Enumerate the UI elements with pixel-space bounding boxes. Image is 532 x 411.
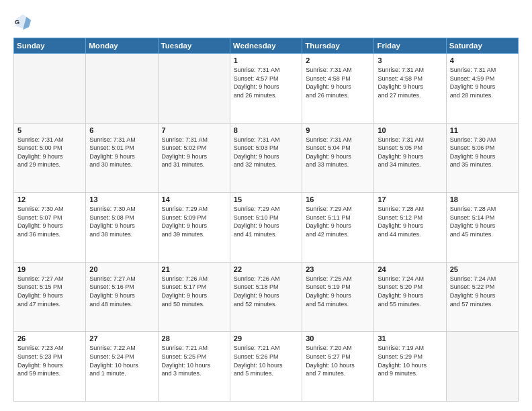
- day-info: Sunrise: 7:31 AMSunset: 4:59 PMDaylight:…: [450, 66, 515, 99]
- day-number: 16: [306, 195, 370, 203]
- day-number: 11: [450, 126, 515, 134]
- day-info: Sunrise: 7:31 AMSunset: 5:03 PMDaylight:…: [234, 136, 298, 169]
- calendar-cell: 19Sunrise: 7:27 AMSunset: 5:15 PMDayligh…: [14, 262, 86, 332]
- weekday-header-tuesday: Tuesday: [158, 38, 230, 54]
- calendar-cell: 21Sunrise: 7:26 AMSunset: 5:17 PMDayligh…: [158, 262, 230, 332]
- calendar-cell: 16Sunrise: 7:29 AMSunset: 5:11 PMDayligh…: [302, 193, 374, 263]
- calendar-cell: 28Sunrise: 7:21 AMSunset: 5:25 PMDayligh…: [158, 332, 230, 402]
- day-number: 12: [17, 195, 82, 203]
- calendar-cell: 7Sunrise: 7:31 AMSunset: 5:02 PMDaylight…: [158, 123, 230, 193]
- day-info: Sunrise: 7:31 AMSunset: 5:00 PMDaylight:…: [17, 136, 82, 169]
- weekday-header-row: SundayMondayTuesdayWednesdayThursdayFrid…: [14, 38, 519, 54]
- day-number: 19: [17, 265, 82, 273]
- header: G: [13, 12, 519, 31]
- calendar-cell: 6Sunrise: 7:31 AMSunset: 5:01 PMDaylight…: [86, 123, 158, 193]
- calendar-cell: [446, 332, 518, 402]
- calendar-cell: 5Sunrise: 7:31 AMSunset: 5:00 PMDaylight…: [14, 123, 86, 193]
- day-number: 10: [378, 126, 442, 134]
- day-number: 17: [378, 195, 442, 203]
- calendar-cell: 11Sunrise: 7:30 AMSunset: 5:06 PMDayligh…: [446, 123, 518, 193]
- calendar-table: SundayMondayTuesdayWednesdayThursdayFrid…: [13, 38, 519, 402]
- weekday-header-thursday: Thursday: [302, 38, 374, 54]
- day-info: Sunrise: 7:28 AMSunset: 5:12 PMDaylight:…: [378, 205, 442, 238]
- day-info: Sunrise: 7:31 AMSunset: 4:57 PMDaylight:…: [234, 66, 298, 99]
- calendar-cell: [86, 54, 158, 124]
- day-info: Sunrise: 7:21 AMSunset: 5:26 PMDaylight:…: [234, 344, 298, 377]
- day-number: 6: [89, 126, 154, 134]
- logo: G: [13, 12, 35, 31]
- day-number: 27: [89, 334, 154, 342]
- day-number: 21: [162, 265, 226, 273]
- calendar-cell: 10Sunrise: 7:31 AMSunset: 5:05 PMDayligh…: [374, 123, 446, 193]
- day-info: Sunrise: 7:31 AMSunset: 5:04 PMDaylight:…: [306, 136, 370, 169]
- day-number: 9: [306, 126, 370, 134]
- week-row-3: 12Sunrise: 7:30 AMSunset: 5:07 PMDayligh…: [14, 193, 519, 263]
- weekday-header-monday: Monday: [86, 38, 158, 54]
- day-number: 18: [450, 195, 515, 203]
- calendar-cell: 29Sunrise: 7:21 AMSunset: 5:26 PMDayligh…: [230, 332, 302, 402]
- calendar-cell: 15Sunrise: 7:29 AMSunset: 5:10 PMDayligh…: [230, 193, 302, 263]
- svg-text:G: G: [15, 18, 19, 26]
- weekday-header-wednesday: Wednesday: [230, 38, 302, 54]
- weekday-header-saturday: Saturday: [446, 38, 518, 54]
- day-info: Sunrise: 7:26 AMSunset: 5:18 PMDaylight:…: [234, 275, 298, 308]
- day-info: Sunrise: 7:31 AMSunset: 4:58 PMDaylight:…: [306, 66, 370, 99]
- day-info: Sunrise: 7:30 AMSunset: 5:06 PMDaylight:…: [450, 136, 515, 169]
- day-info: Sunrise: 7:29 AMSunset: 5:11 PMDaylight:…: [306, 205, 370, 238]
- logo-icon: G: [13, 12, 32, 31]
- day-number: 22: [234, 265, 298, 273]
- calendar-cell: 8Sunrise: 7:31 AMSunset: 5:03 PMDaylight…: [230, 123, 302, 193]
- weekday-header-sunday: Sunday: [14, 38, 86, 54]
- day-number: 4: [450, 56, 515, 64]
- day-info: Sunrise: 7:25 AMSunset: 5:19 PMDaylight:…: [306, 275, 370, 308]
- calendar-cell: [158, 54, 230, 124]
- day-number: 29: [234, 334, 298, 342]
- calendar-cell: 2Sunrise: 7:31 AMSunset: 4:58 PMDaylight…: [302, 54, 374, 124]
- week-row-4: 19Sunrise: 7:27 AMSunset: 5:15 PMDayligh…: [14, 262, 519, 332]
- page: G SundayMondayTuesdayWednesdayThursdayFr…: [0, 0, 532, 411]
- calendar-cell: 14Sunrise: 7:29 AMSunset: 5:09 PMDayligh…: [158, 193, 230, 263]
- calendar-cell: 27Sunrise: 7:22 AMSunset: 5:24 PMDayligh…: [86, 332, 158, 402]
- week-row-2: 5Sunrise: 7:31 AMSunset: 5:00 PMDaylight…: [14, 123, 519, 193]
- day-info: Sunrise: 7:31 AMSunset: 5:01 PMDaylight:…: [89, 136, 154, 169]
- day-info: Sunrise: 7:20 AMSunset: 5:27 PMDaylight:…: [306, 344, 370, 377]
- calendar-cell: 17Sunrise: 7:28 AMSunset: 5:12 PMDayligh…: [374, 193, 446, 263]
- calendar-cell: 30Sunrise: 7:20 AMSunset: 5:27 PMDayligh…: [302, 332, 374, 402]
- day-number: 26: [17, 334, 82, 342]
- calendar-cell: 20Sunrise: 7:27 AMSunset: 5:16 PMDayligh…: [86, 262, 158, 332]
- day-info: Sunrise: 7:19 AMSunset: 5:29 PMDaylight:…: [378, 344, 442, 377]
- day-info: Sunrise: 7:27 AMSunset: 5:16 PMDaylight:…: [89, 275, 154, 308]
- calendar-cell: 12Sunrise: 7:30 AMSunset: 5:07 PMDayligh…: [14, 193, 86, 263]
- calendar-cell: 18Sunrise: 7:28 AMSunset: 5:14 PMDayligh…: [446, 193, 518, 263]
- week-row-1: 1Sunrise: 7:31 AMSunset: 4:57 PMDaylight…: [14, 54, 519, 124]
- day-info: Sunrise: 7:28 AMSunset: 5:14 PMDaylight:…: [450, 205, 515, 238]
- day-number: 30: [306, 334, 370, 342]
- day-number: 5: [17, 126, 82, 134]
- calendar-cell: 31Sunrise: 7:19 AMSunset: 5:29 PMDayligh…: [374, 332, 446, 402]
- calendar-cell: 23Sunrise: 7:25 AMSunset: 5:19 PMDayligh…: [302, 262, 374, 332]
- day-number: 8: [234, 126, 298, 134]
- day-number: 23: [306, 265, 370, 273]
- day-info: Sunrise: 7:30 AMSunset: 5:08 PMDaylight:…: [89, 205, 154, 238]
- day-info: Sunrise: 7:21 AMSunset: 5:25 PMDaylight:…: [162, 344, 226, 377]
- day-info: Sunrise: 7:31 AMSunset: 5:05 PMDaylight:…: [378, 136, 442, 169]
- calendar-cell: [14, 54, 86, 124]
- day-number: 3: [378, 56, 442, 64]
- day-info: Sunrise: 7:24 AMSunset: 5:22 PMDaylight:…: [450, 275, 515, 308]
- calendar-cell: 3Sunrise: 7:31 AMSunset: 4:58 PMDaylight…: [374, 54, 446, 124]
- day-info: Sunrise: 7:30 AMSunset: 5:07 PMDaylight:…: [17, 205, 82, 238]
- day-number: 13: [89, 195, 154, 203]
- calendar-cell: 25Sunrise: 7:24 AMSunset: 5:22 PMDayligh…: [446, 262, 518, 332]
- day-number: 28: [162, 334, 226, 342]
- week-row-5: 26Sunrise: 7:23 AMSunset: 5:23 PMDayligh…: [14, 332, 519, 402]
- day-info: Sunrise: 7:26 AMSunset: 5:17 PMDaylight:…: [162, 275, 226, 308]
- calendar-cell: 22Sunrise: 7:26 AMSunset: 5:18 PMDayligh…: [230, 262, 302, 332]
- calendar-cell: 1Sunrise: 7:31 AMSunset: 4:57 PMDaylight…: [230, 54, 302, 124]
- calendar-cell: 4Sunrise: 7:31 AMSunset: 4:59 PMDaylight…: [446, 54, 518, 124]
- day-number: 7: [162, 126, 226, 134]
- day-info: Sunrise: 7:31 AMSunset: 4:58 PMDaylight:…: [378, 66, 442, 99]
- day-number: 24: [378, 265, 442, 273]
- day-number: 25: [450, 265, 515, 273]
- day-number: 14: [162, 195, 226, 203]
- day-info: Sunrise: 7:29 AMSunset: 5:09 PMDaylight:…: [162, 205, 226, 238]
